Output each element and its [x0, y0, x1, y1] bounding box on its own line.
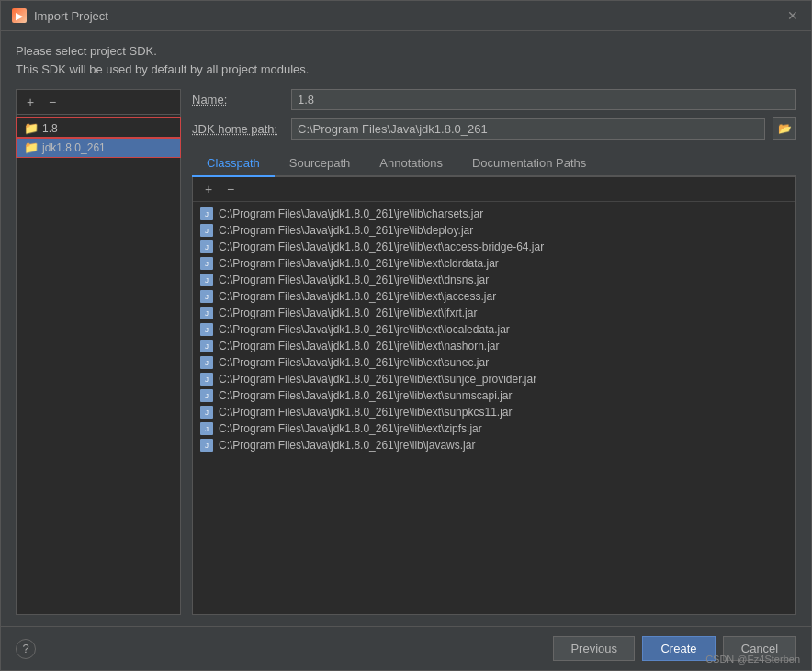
tree-item-18-label: 1.8: [42, 122, 58, 135]
classpath-path: C:\Program Files\Java\jdk1.8.0_261\jre\l…: [219, 356, 489, 369]
app-icon: ▶: [12, 8, 27, 23]
list-item[interactable]: JC:\Program Files\Java\jdk1.8.0_261\jre\…: [193, 272, 795, 288]
classpath-path: C:\Program Files\Java\jdk1.8.0_261\jre\l…: [219, 307, 477, 319]
classpath-path: C:\Program Files\Java\jdk1.8.0_261\jre\l…: [219, 340, 499, 352]
list-item[interactable]: JC:\Program Files\Java\jdk1.8.0_261\jre\…: [193, 305, 795, 321]
classpath-path: C:\Program Files\Java\jdk1.8.0_261\jre\l…: [219, 240, 544, 253]
jar-icon: J: [200, 373, 213, 386]
browse-button[interactable]: 📂: [773, 117, 796, 140]
folder-icon-jdk: 📁: [24, 140, 39, 154]
previous-button[interactable]: Previous: [553, 636, 635, 661]
list-item[interactable]: JC:\Program Files\Java\jdk1.8.0_261\jre\…: [193, 255, 795, 272]
help-button[interactable]: ?: [16, 639, 36, 659]
tree-item-18[interactable]: 📁 1.8: [17, 118, 180, 138]
jar-icon: J: [200, 290, 213, 303]
add-sdk-button[interactable]: +: [22, 94, 39, 110]
create-button[interactable]: Create: [642, 636, 716, 661]
tree-item-jdk-label: jdk1.8.0_261: [42, 141, 106, 154]
tab-sourcepath[interactable]: Sourcepath: [275, 151, 366, 177]
list-item[interactable]: JC:\Program Files\Java\jdk1.8.0_261\jre\…: [193, 239, 795, 255]
jar-icon: J: [200, 240, 213, 253]
description-line2: This SDK will be used by default by all …: [16, 61, 796, 79]
main-area: + − 📁 1.8 📁 jdk1.8.0_261: [16, 89, 796, 615]
classpath-path: C:\Program Files\Java\jdk1.8.0_261\jre\l…: [219, 439, 475, 452]
classpath-toolbar: + −: [193, 177, 795, 202]
jar-icon: J: [200, 422, 213, 435]
list-item[interactable]: JC:\Program Files\Java\jdk1.8.0_261\jre\…: [193, 354, 795, 371]
classpath-path: C:\Program Files\Java\jdk1.8.0_261\jre\l…: [219, 224, 473, 237]
jar-icon: J: [200, 389, 213, 402]
close-button[interactable]: ✕: [785, 8, 800, 23]
folder-browse-icon: 📂: [778, 122, 792, 135]
jar-icon: J: [200, 257, 213, 270]
classpath-path: C:\Program Files\Java\jdk1.8.0_261\jre\l…: [219, 373, 536, 386]
left-panel: + − 📁 1.8 📁 jdk1.8.0_261: [16, 89, 181, 615]
folder-icon: 📁: [24, 121, 39, 135]
list-item[interactable]: JC:\Program Files\Java\jdk1.8.0_261\jre\…: [193, 288, 795, 305]
classpath-path: C:\Program Files\Java\jdk1.8.0_261\jre\l…: [219, 290, 496, 303]
left-panel-toolbar: + −: [17, 90, 180, 115]
jar-icon: J: [200, 406, 213, 419]
classpath-path: C:\Program Files\Java\jdk1.8.0_261\jre\l…: [219, 323, 510, 336]
classpath-list[interactable]: JC:\Program Files\Java\jdk1.8.0_261\jre\…: [193, 202, 795, 614]
list-item[interactable]: JC:\Program Files\Java\jdk1.8.0_261\jre\…: [193, 387, 795, 404]
classpath-path: C:\Program Files\Java\jdk1.8.0_261\jre\l…: [219, 389, 512, 402]
list-item[interactable]: JC:\Program Files\Java\jdk1.8.0_261\jre\…: [193, 371, 795, 387]
classpath-path: C:\Program Files\Java\jdk1.8.0_261\jre\l…: [219, 422, 482, 435]
classpath-path: C:\Program Files\Java\jdk1.8.0_261\jre\l…: [219, 207, 483, 220]
classpath-path: C:\Program Files\Java\jdk1.8.0_261\jre\l…: [219, 257, 499, 270]
import-project-dialog: ▶ Import Project ✕ Please select project…: [0, 0, 812, 671]
list-item[interactable]: JC:\Program Files\Java\jdk1.8.0_261\jre\…: [193, 420, 795, 437]
remove-sdk-button[interactable]: −: [44, 94, 61, 110]
description: Please select project SDK. This SDK will…: [16, 42, 796, 78]
jar-icon: J: [200, 439, 213, 452]
dialog-title: Import Project: [34, 9, 108, 23]
name-input[interactable]: [291, 89, 796, 110]
jar-icon: J: [200, 307, 213, 319]
list-item[interactable]: JC:\Program Files\Java\jdk1.8.0_261\jre\…: [193, 437, 795, 453]
title-bar: ▶ Import Project ✕: [1, 1, 811, 31]
tab-annotations[interactable]: Annotations: [365, 151, 457, 177]
sdk-tree-list: 📁 1.8 📁 jdk1.8.0_261: [17, 115, 180, 614]
classpath-path: C:\Program Files\Java\jdk1.8.0_261\jre\l…: [219, 406, 512, 419]
list-item[interactable]: JC:\Program Files\Java\jdk1.8.0_261\jre\…: [193, 222, 795, 239]
title-bar-left: ▶ Import Project: [12, 8, 108, 23]
jdk-path-label: JDK home path:: [192, 122, 284, 136]
jdk-path-input[interactable]: [291, 118, 765, 140]
tab-content: + − JC:\Program Files\Java\jdk1.8.0_261\…: [192, 177, 796, 615]
jar-icon: J: [200, 274, 213, 286]
list-item[interactable]: JC:\Program Files\Java\jdk1.8.0_261\jre\…: [193, 206, 795, 222]
remove-classpath-button[interactable]: −: [222, 181, 239, 197]
list-item[interactable]: JC:\Program Files\Java\jdk1.8.0_261\jre\…: [193, 404, 795, 420]
list-item[interactable]: JC:\Program Files\Java\jdk1.8.0_261\jre\…: [193, 338, 795, 354]
add-classpath-button[interactable]: +: [200, 181, 217, 197]
right-panel: Name: JDK home path: 📂 Classpath: [192, 89, 796, 615]
jar-icon: J: [200, 356, 213, 369]
watermark: CSDN @Ez4Sterben: [705, 654, 800, 665]
tabs-bar: Classpath Sourcepath Annotations Documen…: [192, 151, 796, 177]
list-item[interactable]: JC:\Program Files\Java\jdk1.8.0_261\jre\…: [193, 321, 795, 338]
jar-icon: J: [200, 207, 213, 220]
jdk-path-row: JDK home path: 📂: [192, 117, 796, 140]
jar-icon: J: [200, 323, 213, 336]
footer: ? Previous Create Cancel: [1, 626, 811, 670]
name-field-row: Name:: [192, 89, 796, 110]
description-line1: Please select project SDK.: [16, 42, 796, 61]
tree-item-jdk[interactable]: 📁 jdk1.8.0_261: [17, 138, 180, 157]
classpath-path: C:\Program Files\Java\jdk1.8.0_261\jre\l…: [219, 274, 489, 286]
dialog-content: Please select project SDK. This SDK will…: [1, 31, 811, 626]
jar-icon: J: [200, 340, 213, 352]
jar-icon: J: [200, 224, 213, 237]
tab-classpath[interactable]: Classpath: [192, 151, 275, 177]
name-label: Name:: [192, 93, 284, 106]
tab-documentation-paths[interactable]: Documentation Paths: [457, 151, 601, 177]
